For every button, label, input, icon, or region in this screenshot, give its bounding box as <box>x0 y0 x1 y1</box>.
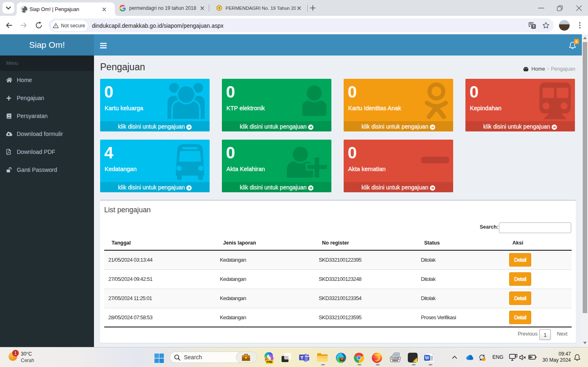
svg-text:PRE: PRE <box>266 360 273 363</box>
